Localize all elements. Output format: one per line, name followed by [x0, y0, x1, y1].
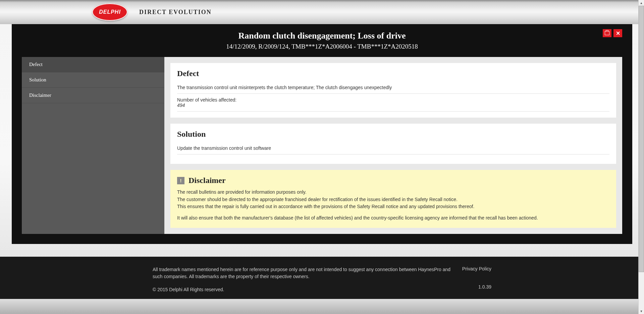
- sidebar-item-defect[interactable]: Defect: [22, 57, 164, 72]
- panel-title: Random clutch disengagement; Loss of dri…: [22, 31, 622, 41]
- disclaimer-line: It will also ensure that both the manufa…: [177, 215, 609, 222]
- sidebar-item-label: Solution: [29, 77, 46, 82]
- panel-header: Random clutch disengagement; Loss of dri…: [22, 31, 622, 57]
- disclaimer-line: This ensures that the repair is fully ca…: [177, 203, 609, 210]
- header-bar: DELPHI DIRECT EVOLUTION: [0, 0, 644, 24]
- logo-text: DELPHI: [99, 9, 121, 15]
- footer-inner: All trademark names mentioned herein are…: [60, 266, 584, 292]
- sidebar-item-disclaimer[interactable]: Disclaimer: [22, 88, 164, 103]
- close-button[interactable]: ✕: [613, 29, 622, 37]
- disclaimer-line: The recall bulletins are provided for in…: [177, 189, 609, 196]
- defect-affected-label: Number of vehicles affected:: [177, 97, 609, 103]
- footer-version: 1.0.39: [462, 284, 491, 290]
- footer-trademark: All trademark names mentioned herein are…: [153, 266, 454, 280]
- solution-description: Update the transmission control unit sof…: [177, 145, 609, 154]
- sidebar-item-label: Defect: [29, 62, 43, 67]
- disclaimer-title: Disclaimer: [189, 176, 226, 185]
- sidebar: Defect Solution Disclaimer: [22, 57, 164, 234]
- footer-left: All trademark names mentioned herein are…: [153, 266, 454, 292]
- defect-affected-value: 494: [177, 103, 609, 112]
- content-area: Defect The transmission control unit mis…: [164, 57, 622, 234]
- footer-right: Privacy Policy 1.0.39: [462, 266, 491, 292]
- scrollbar[interactable]: ▲ ▼: [638, 0, 644, 314]
- delphi-logo: DELPHI: [92, 3, 127, 21]
- solution-section: Solution Update the transmission control…: [170, 124, 616, 164]
- disclaimer-text: The recall bulletins are provided for in…: [177, 189, 609, 221]
- defect-description: The transmission control unit misinterpr…: [177, 85, 609, 94]
- print-icon: [605, 31, 609, 35]
- sidebar-item-label: Disclaimer: [29, 92, 51, 98]
- disclaimer-header: ! Disclaimer: [177, 176, 609, 185]
- main-panel: Random clutch disengagement; Loss of dri…: [12, 24, 632, 244]
- scroll-down-arrow[interactable]: ▼: [639, 308, 644, 314]
- action-buttons: ✕: [603, 29, 622, 37]
- scroll-up-arrow[interactable]: ▲: [639, 0, 644, 6]
- solution-title: Solution: [177, 130, 609, 139]
- panel-subtitle: 14/12/2009, R/2009/124, TMB***1Z*A200600…: [22, 43, 622, 50]
- scroll-track[interactable]: [639, 6, 644, 308]
- defect-title: Defect: [177, 69, 609, 78]
- content-wrap: Defect Solution Disclaimer Defect The tr…: [22, 57, 622, 234]
- footer: All trademark names mentioned herein are…: [0, 257, 644, 299]
- sidebar-item-solution[interactable]: Solution: [22, 72, 164, 88]
- footer-copyright: © 2015 Delphi All Rights reserved.: [153, 287, 454, 292]
- brand-tagline: DIRECT EVOLUTION: [139, 9, 212, 16]
- defect-section: Defect The transmission control unit mis…: [170, 63, 616, 118]
- disclaimer-section: ! Disclaimer The recall bulletins are pr…: [170, 170, 616, 228]
- scroll-thumb[interactable]: [639, 6, 644, 272]
- print-button[interactable]: [603, 29, 611, 37]
- privacy-link[interactable]: Privacy Policy: [462, 266, 491, 271]
- close-icon: ✕: [616, 30, 620, 37]
- disclaimer-line: The customer should be directed to the a…: [177, 196, 609, 203]
- alert-icon: !: [177, 177, 184, 184]
